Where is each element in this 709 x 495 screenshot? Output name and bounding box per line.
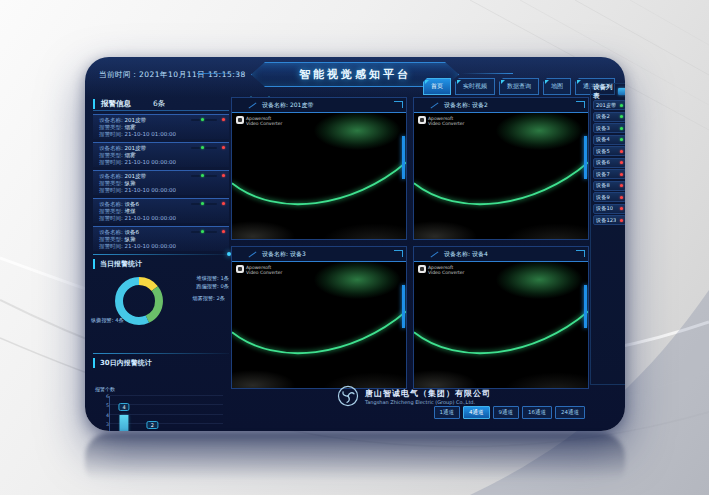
alarm-field-label: 报警类型:	[99, 236, 125, 242]
nav-button[interactable]: 首页	[423, 78, 451, 95]
watermark: ApowersoftVideo Converter	[236, 116, 282, 126]
device-name: 设备7	[596, 171, 610, 178]
device-list-item[interactable]: 设备8	[593, 181, 625, 191]
offline-dot	[620, 173, 623, 176]
device-list-item[interactable]: 设备6	[593, 158, 625, 168]
device-list-item[interactable]: 设备2	[593, 112, 625, 122]
offline-dot	[620, 184, 623, 187]
alarm-field-value: 设备6	[125, 201, 140, 207]
main-nav: 首页实时视频数据查询地图通用设置	[423, 78, 615, 95]
alarm-field: 报警时间: 21-10-10 01:00:00	[99, 131, 225, 138]
watermark-logo-icon	[418, 116, 426, 124]
channel-button[interactable]: 4通道	[463, 406, 490, 419]
alarm-field-label: 报警类型:	[99, 180, 125, 186]
video-panel[interactable]: 设备名称: 设备3ApowersoftVideo Converter	[231, 246, 407, 389]
online-dot	[620, 115, 623, 118]
current-time: 当前时间：2021年10月11日 15:15:38	[99, 70, 246, 80]
alarm-field-label: 设备名称:	[99, 145, 125, 151]
device-list-item[interactable]: 设备4	[593, 135, 625, 145]
device-list-item[interactable]: 设备123	[593, 215, 625, 225]
watermark-line2: Video Converter	[246, 270, 282, 275]
today-stats-chart: 堆煤报警: 1条 跑偏报警: 0条 烟雾报警: 2条 纵撕报警: 4条	[93, 269, 229, 351]
device-name: 设备6	[596, 159, 610, 166]
y-tick-label: 5	[101, 403, 109, 408]
alarm-field: 报警类型: 堆煤	[99, 208, 225, 215]
company-logo-icon	[337, 385, 359, 407]
video-scrollbar[interactable]	[402, 136, 405, 179]
alarm-status-bar	[191, 230, 225, 233]
alarm-field: 报警类型: 烟雾	[99, 124, 225, 131]
device-list-item[interactable]: 设备9	[593, 192, 625, 202]
list-tab-icon[interactable]	[618, 88, 625, 95]
alarm-field-value: 21-10-10 00:00:00	[125, 243, 176, 249]
alarm-field-value: 21-10-10 00:00:00	[125, 159, 176, 165]
belt-laser-line	[414, 113, 588, 239]
alarm-item[interactable]: 设备名称: 设备6报警类型: 纵撕报警时间: 21-10-10 00:00:00	[93, 226, 229, 251]
status-strip	[191, 147, 217, 149]
channel-switcher: 1通道4通道9通道16通道24通道	[434, 406, 586, 419]
channel-button[interactable]: 24通道	[555, 406, 585, 419]
alarm-field-value: 21-10-10 00:00:00	[125, 215, 176, 221]
title-decoration-right	[461, 73, 513, 74]
watermark-text: ApowersoftVideo Converter	[246, 265, 282, 275]
device-list-item[interactable]: 设备5	[593, 146, 625, 156]
alarm-field: 报警时间: 21-10-10 00:00:00	[99, 159, 225, 166]
device-name: 设备8	[596, 182, 610, 189]
device-list-item[interactable]: 201皮带	[593, 100, 625, 110]
nav-button[interactable]: 数据查询	[499, 78, 539, 95]
watermark-text: ApowersoftVideo Converter	[428, 265, 464, 275]
left-column: 报警信息 6条 设备名称: 201皮带报警类型: 烟雾报警时间: 21-10-1…	[93, 97, 229, 425]
alarm-field-value: 烟雾	[125, 152, 136, 158]
device-list-header: 设备列表	[593, 86, 625, 97]
bar-chart-plot: 01234564200	[109, 396, 223, 431]
video-scrollbar[interactable]	[584, 285, 587, 328]
device-name: 201皮带	[596, 102, 616, 109]
belt-laser-line	[232, 113, 406, 239]
alarm-item[interactable]: 设备名称: 201皮带报警类型: 烟雾报警时间: 21-10-10 00:00:…	[93, 142, 229, 167]
company-branding: 唐山智诚电气（集团）有限公司 Tangshan Zhicheng Electri…	[337, 385, 491, 407]
donut-label: 烟雾报警: 2条	[192, 295, 225, 302]
donut-label: 纵撕报警: 4条	[91, 317, 124, 324]
video-feed: ApowersoftVideo Converter	[414, 113, 588, 239]
alarm-field: 报警类型: 纵撕	[99, 180, 225, 187]
alarm-field-value: 201皮带	[125, 117, 147, 123]
online-dot	[620, 104, 623, 107]
alarm-item[interactable]: 设备名称: 201皮带报警类型: 纵撕报警时间: 21-10-10 00:00:…	[93, 170, 229, 195]
channel-button[interactable]: 9通道	[493, 406, 520, 419]
device-name: 设备4	[596, 136, 610, 143]
watermark-logo-icon	[236, 265, 244, 273]
alarm-status-bar	[191, 174, 225, 177]
green-status-dot	[201, 174, 204, 177]
watermark-line2: Video Converter	[428, 121, 464, 126]
alarm-field-label: 报警类型:	[99, 208, 125, 214]
channel-button[interactable]: 1通道	[434, 406, 461, 419]
video-panel[interactable]: 设备名称: 设备2ApowersoftVideo Converter	[413, 97, 589, 240]
watermark-logo-icon	[418, 265, 426, 273]
nav-button[interactable]: 实时视频	[455, 78, 495, 95]
status-strip	[191, 119, 217, 121]
video-panel-header: 设备名称: 设备2	[414, 98, 588, 113]
device-list-item[interactable]: 设备10	[593, 204, 625, 214]
video-panel[interactable]: 设备名称: 201皮带ApowersoftVideo Converter	[231, 97, 407, 240]
y-tick-label: 6	[101, 394, 109, 399]
alarm-item[interactable]: 设备名称: 设备6报警类型: 堆煤报警时间: 21-10-10 00:00:00	[93, 198, 229, 223]
device-list-item[interactable]: 设备7	[593, 169, 625, 179]
alarm-status-bar	[191, 146, 225, 149]
watermark-text: ApowersoftVideo Converter	[246, 116, 282, 126]
alarm-panel-header: 报警信息 6条	[93, 97, 229, 111]
nav-button[interactable]: 地图	[543, 78, 571, 95]
alarm-item[interactable]: 设备名称: 201皮带报警类型: 烟雾报警时间: 21-10-10 01:00:…	[93, 114, 229, 139]
online-dot	[620, 127, 623, 130]
channel-button[interactable]: 16通道	[522, 406, 552, 419]
status-strip	[191, 231, 217, 233]
video-scrollbar[interactable]	[402, 285, 405, 328]
device-list-item[interactable]: 设备3	[593, 123, 625, 133]
alarm-field-value: 21-10-10 01:00:00	[125, 131, 176, 137]
donut-label: 堆煤报警: 1条	[196, 275, 229, 282]
alarm-field-label: 设备名称:	[99, 229, 125, 235]
red-status-dot	[222, 146, 225, 149]
red-status-dot	[222, 118, 225, 121]
video-panel[interactable]: 设备名称: 设备4ApowersoftVideo Converter	[413, 246, 589, 389]
video-scrollbar[interactable]	[584, 136, 587, 179]
donut-label: 跑偏报警: 0条	[196, 283, 229, 290]
